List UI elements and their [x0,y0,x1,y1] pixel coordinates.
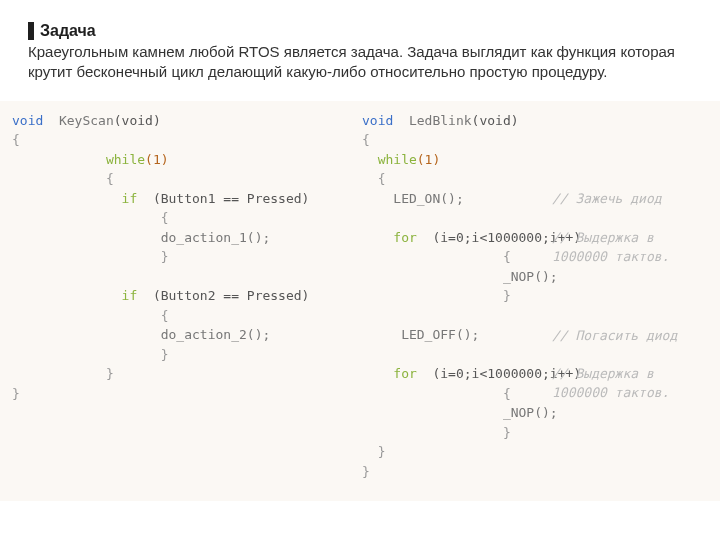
comment-led-on: // Зажечь диод [552,191,662,206]
brace: { [12,132,20,147]
stmt-nop: _NOP(); [503,269,558,284]
while-arg: (1) [417,152,440,167]
stmt: do_action_1(); [161,230,271,245]
code-left-column: void KeyScan(void) { while(1) { if (Butt… [12,111,362,491]
brace: { [161,308,169,323]
stmt: do_action_2(); [161,327,271,342]
fn-params: (void) [472,113,519,128]
code-right-column: void LedBlink(void) { while(1) { LED_ON(… [362,111,712,491]
keyword-if: if [122,288,138,303]
brace: } [503,425,511,440]
section-description: Краеугольным камнем любой RTOS является … [28,42,688,83]
title-bar-decoration [28,22,34,40]
keyword-for: for [393,366,416,381]
comment-led-off: // Погасить диод [552,328,677,343]
brace: } [362,464,370,479]
brace: { [378,171,386,186]
brace: } [161,347,169,362]
keyword-while: while [106,152,145,167]
keyword-while: while [378,152,417,167]
keyword-void: void [12,113,43,128]
brace: } [106,366,114,381]
brace: { [106,171,114,186]
brace: { [503,386,511,401]
brace: { [503,249,511,264]
brace: { [362,132,370,147]
brace: { [161,210,169,225]
brace: } [161,249,169,264]
keyword-if: if [122,191,138,206]
keyword-for: for [393,230,416,245]
function-name: LedBlink [409,113,472,128]
keyword-void: void [362,113,393,128]
section-title-row: Задача [28,22,692,40]
comment-delay: // Выдержка в 1000000 тактов. [552,230,669,265]
stmt-led-off: LED_OFF(); [401,327,479,342]
section-title: Задача [40,22,96,40]
stmt-led-on: LED_ON(); [393,191,463,206]
comment-delay: // Выдержка в 1000000 тактов. [552,366,669,401]
fn-params: (void) [114,113,161,128]
brace: } [378,444,386,459]
function-name: KeyScan [59,113,114,128]
while-arg: (1) [145,152,168,167]
if-cond: (Button2 == Pressed) [153,288,310,303]
brace: } [503,288,511,303]
brace: } [12,386,20,401]
code-block: void KeyScan(void) { while(1) { if (Butt… [0,101,720,501]
if-cond: (Button1 == Pressed) [153,191,310,206]
stmt-nop: _NOP(); [503,405,558,420]
